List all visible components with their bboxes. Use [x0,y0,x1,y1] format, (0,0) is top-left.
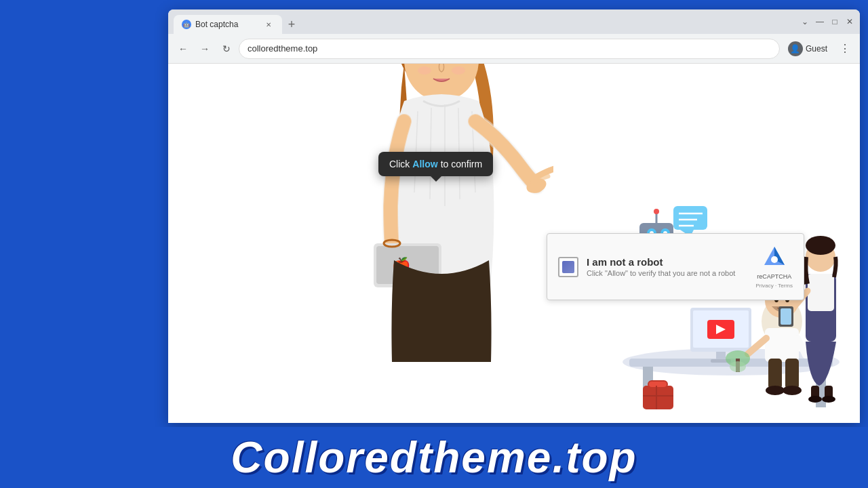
close-button[interactable]: ✕ [845,17,854,26]
svg-rect-30 [768,359,782,389]
forward-button[interactable]: → [195,39,214,58]
recaptcha-brand-label: reCAPTCHA [757,273,791,280]
popup-allow-highlight: Allow [412,159,437,169]
minimize-button[interactable]: — [815,17,825,26]
svg-rect-23 [765,328,799,362]
notification-popup: Click Allow to confirm [378,152,493,176]
svg-point-32 [766,386,785,395]
bottom-banner: Colloredtheme.top [0,427,868,488]
avatar: 👤 [788,41,803,56]
svg-point-63 [452,66,465,75]
person-silhouette: 🍎 [336,64,553,362]
recaptcha-checkbox[interactable] [558,257,578,277]
svg-rect-20 [716,352,726,360]
svg-point-37 [806,236,835,255]
active-tab[interactable]: 🤖 Bot captcha ✕ [174,15,282,34]
popup-prefix: Click [389,159,410,169]
recaptcha-left: I am not a robot Click "Allow" to verify… [558,256,735,277]
page-content: Click Allow to confirm I am not a robot … [168,64,860,423]
svg-point-62 [418,66,431,75]
tab-area: 🤖 Bot captcha ✕ + [174,9,797,34]
browser-window: 🤖 Bot captcha ✕ + ⌄ — □ ✕ ← → ↻ collored… [168,9,860,423]
svg-point-33 [783,386,802,395]
svg-rect-53 [643,386,673,409]
toolbar: ← → ↻ colloredtheme.top 👤 Guest ⋮ [168,34,860,64]
recaptcha-title: I am not a robot [587,256,735,268]
person-svg: 🍎 [336,64,553,362]
recaptcha-logo [762,245,787,270]
new-tab-button[interactable]: + [282,15,301,34]
maximize-button[interactable]: □ [830,17,840,26]
recaptcha-subtitle: Click "Allow" to verify that you are not… [587,269,735,277]
chevron-icon: ⌄ [800,17,810,26]
tab-favicon: 🤖 [182,20,191,29]
recaptcha-box: I am not a robot Click "Allow" to verify… [547,233,804,300]
profile-label: Guest [806,44,827,54]
recaptcha-links[interactable]: Privacy · Terms [755,283,793,289]
banner-text: Colloredtheme.top [231,432,637,483]
window-controls: ⌄ — □ ✕ [800,17,854,26]
svg-point-0 [771,256,778,263]
svg-point-15 [654,209,659,214]
svg-rect-31 [785,359,799,389]
svg-rect-35 [808,274,834,311]
address-bar[interactable]: colloredtheme.top [239,39,780,59]
profile-button[interactable]: 👤 Guest [783,39,833,59]
tab-title: Bot captcha [195,20,238,29]
popup-suffix: to confirm [441,159,482,169]
svg-point-52 [730,361,746,372]
recaptcha-right: reCAPTCHA Privacy · Terms [755,245,793,289]
recaptcha-text: I am not a robot Click "Allow" to verify… [587,256,735,277]
tab-close-button[interactable]: ✕ [263,19,274,30]
svg-point-43 [808,396,822,403]
back-button[interactable]: ← [174,39,193,58]
refresh-button[interactable]: ↻ [217,39,236,58]
svg-rect-54 [648,381,667,388]
recaptcha-icon [562,261,574,273]
title-bar: 🤖 Bot captcha ✕ + ⌄ — □ ✕ [168,9,860,34]
menu-button[interactable]: ⋮ [835,39,854,58]
svg-point-44 [822,396,835,403]
svg-rect-40 [781,308,791,325]
